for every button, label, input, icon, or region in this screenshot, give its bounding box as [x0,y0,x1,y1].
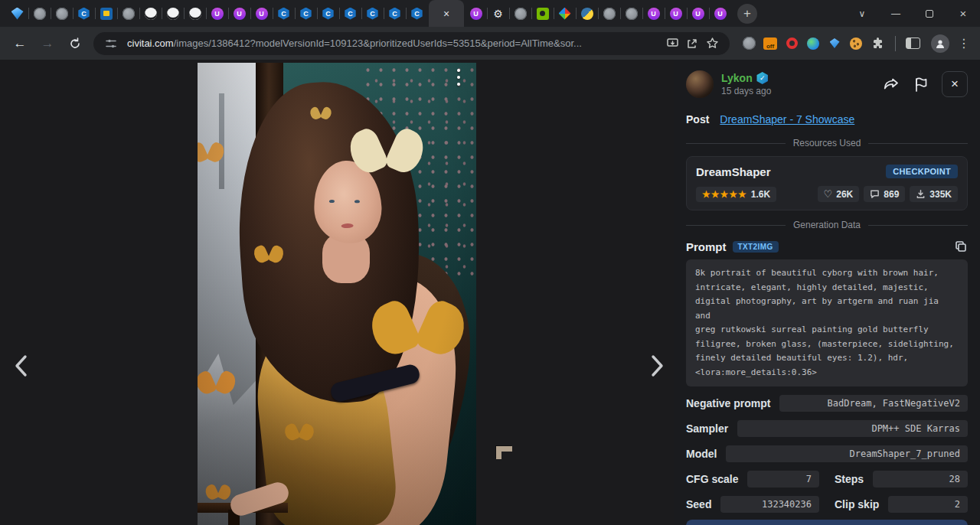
seed-value[interactable]: 132340236 [720,496,819,513]
resource-card[interactable]: DreamShaper CHECKPOINT ★★★★★ 1.6K ♡ 26K … [686,156,968,210]
pinned-tab-ultra[interactable] [642,0,665,27]
pinned-tab-ultra[interactable] [687,0,709,27]
extensions-puzzle-icon[interactable] [871,37,884,51]
globe-favicon-icon [34,8,46,20]
pinned-tab-globe[interactable] [620,0,642,27]
pinned-tab-civitai[interactable] [73,0,95,27]
nvidia-favicon-icon [537,8,549,20]
cookie-icon [850,38,862,50]
username-link[interactable]: Lykon [721,72,753,84]
civitai-favicon-icon [278,8,290,20]
share-button[interactable] [882,75,900,93]
reload-icon [69,38,81,50]
user-avatar[interactable] [686,70,714,98]
downloads-pill[interactable]: 335K [910,186,958,202]
previous-image-button[interactable] [5,349,38,383]
bookmark-star-icon[interactable] [702,34,722,54]
copy-icon [954,240,968,253]
active-tab[interactable]: × [429,0,464,27]
negative-prompt-value[interactable]: BadDream, FastNegativeV2 [779,395,968,412]
pinned-tab-globe[interactable] [598,0,620,27]
extension-cookie-icon[interactable] [849,37,863,51]
profile-button[interactable] [928,31,952,56]
reload-button[interactable] [63,31,87,56]
rating-pill[interactable]: ★★★★★ 1.6K [696,187,776,202]
image-options-menu-button[interactable] [457,69,460,86]
extension-off-badge-icon[interactable]: off [763,37,777,51]
pinned-tab-civitai[interactable] [406,0,428,27]
pinned-tab-civitai[interactable] [273,0,295,27]
pinned-tab-github[interactable] [162,0,184,27]
pinned-tab-ultra[interactable] [665,0,687,27]
pinned-tab-globe[interactable] [51,0,73,27]
model-value[interactable]: DreamShaper_7_pruned [726,445,968,462]
ultra-favicon-icon [648,8,660,20]
copy-generation-data-button[interactable] [954,240,968,253]
pinned-tab-civitai[interactable] [295,0,317,27]
globe-favicon-icon [603,8,616,20]
pinned-tab-gem[interactable] [6,0,28,27]
close-panel-button[interactable]: × [942,71,968,97]
install-app-icon[interactable] [662,34,682,54]
forward-button[interactable]: → [35,31,60,56]
tab-close-icon[interactable]: × [443,8,449,19]
github-favicon-icon [189,8,201,20]
report-flag-button[interactable] [913,76,929,93]
extension-opera-icon[interactable] [785,37,799,51]
url-text[interactable]: civitai.com/images/1386412?modelVersionI… [127,38,662,49]
pinned-tab-civitai[interactable] [317,0,339,27]
extension-earth-icon[interactable] [806,37,820,51]
ultra-favicon-icon [692,8,704,20]
side-panel-button[interactable] [900,31,925,56]
window-minimize-button[interactable]: — [879,0,913,27]
pinned-tab-ultra[interactable] [206,0,228,27]
civitai-favicon-icon [411,8,423,20]
seed-clip-row: Seed 132340236 Clip skip 2 [686,496,968,513]
cfg-scale-label: CFG scale [686,473,738,485]
post-label: Post [686,113,709,126]
pinned-tab-github[interactable] [139,0,162,27]
back-button[interactable]: ← [8,31,32,56]
clip-skip-value[interactable]: 2 [888,496,968,513]
pinned-tab-gear[interactable] [487,0,509,27]
pinned-tab-globe[interactable] [117,0,139,27]
browser-menu-button[interactable]: ⋮ [956,36,972,51]
pinned-tab-github[interactable] [184,0,206,27]
cfg-scale-value[interactable]: 7 [747,471,819,488]
next-image-button[interactable] [640,349,674,383]
address-bar[interactable]: civitai.com/images/1386412?modelVersionI… [93,32,730,55]
pinned-tab-ultra[interactable] [250,0,273,27]
share-icon [882,75,900,93]
resource-name[interactable]: DreamShaper [696,165,771,178]
new-tab-button[interactable]: + [737,4,757,24]
comments-pill[interactable]: 869 [864,186,905,202]
browser-menu-chevron[interactable]: ∨ [845,0,879,27]
pinned-tab-civitai[interactable] [361,0,384,27]
pinned-tab-globe[interactable] [28,0,51,27]
window-close-button[interactable]: × [946,0,980,27]
pinned-tab-ultra[interactable] [465,0,487,27]
site-info-icon[interactable] [101,34,121,54]
pinned-tab-civitai[interactable] [339,0,361,27]
prompt-text[interactable]: 8k portrait of beautiful cyborg with bro… [686,259,968,386]
generated-image[interactable] [198,63,476,525]
likes-pill[interactable]: ♡ 26K [818,186,860,202]
extension-gem-icon[interactable] [828,37,841,51]
steps-value[interactable]: 28 [873,471,968,488]
extension-globe-icon[interactable] [742,37,756,51]
pinned-tab-briefcase[interactable] [95,0,117,27]
pinned-tab-nvidia[interactable] [531,0,554,27]
resource-stats: ★★★★★ 1.6K ♡ 26K 869 335K [696,186,958,202]
copy-all-generation-data-button[interactable] [686,520,968,525]
sampler-value[interactable]: DPM++ SDE Karras [737,420,968,437]
toolbar-separator [895,36,896,51]
pinned-tab-globe[interactable] [509,0,531,27]
pinned-tab-python[interactable] [576,0,598,27]
share-page-icon[interactable] [682,34,702,54]
pinned-tab-civitai[interactable] [384,0,406,27]
pinned-tab-ultra[interactable] [709,0,731,27]
pinned-tab-ultra[interactable] [228,0,250,27]
window-restore-button[interactable] [913,0,946,27]
post-link[interactable]: DreamShaper - 7 Showcase [720,113,854,126]
pinned-tab-prism[interactable] [554,0,576,27]
